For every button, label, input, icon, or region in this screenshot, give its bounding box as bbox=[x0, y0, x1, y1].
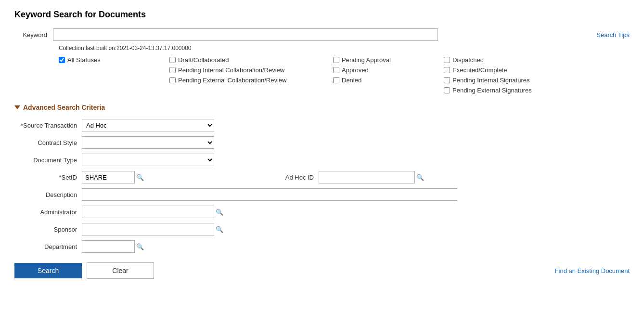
status-pending-external-signatures[interactable]: Pending External Signatures bbox=[444, 87, 569, 94]
adhocid-search-icon[interactable]: 🔍 bbox=[415, 172, 425, 183]
checkbox-draft-collaborated[interactable] bbox=[169, 57, 176, 63]
setid-search-icon[interactable]: 🔍 bbox=[135, 172, 145, 183]
sponsor-input[interactable] bbox=[82, 223, 214, 235]
search-tips-link[interactable]: Search Tips bbox=[587, 31, 630, 39]
status-draft-collaborated[interactable]: Draft/Collaborated bbox=[169, 56, 333, 64]
document-type-select[interactable] bbox=[82, 154, 214, 166]
document-type-label: Document Type bbox=[14, 156, 82, 164]
department-label: Department bbox=[14, 243, 82, 250]
adhocid-col: Ad Hoc ID 🔍 bbox=[270, 171, 425, 183]
status-denied[interactable]: Denied bbox=[333, 77, 444, 84]
keyword-input[interactable] bbox=[53, 28, 438, 41]
advanced-header-label: Advanced Search Criteria bbox=[23, 104, 105, 111]
department-row: Department 🔍 bbox=[14, 240, 630, 253]
label-approved: Approved bbox=[342, 66, 369, 74]
label-pending-internal-collab: Pending Internal Collaboration/Review bbox=[178, 66, 284, 74]
advanced-search-section: Advanced Search Criteria *Source Transac… bbox=[14, 104, 630, 253]
checkbox-pending-internal-signatures[interactable] bbox=[444, 77, 450, 83]
checkbox-executed-complete[interactable] bbox=[444, 67, 450, 73]
label-denied: Denied bbox=[342, 77, 361, 84]
page-title: Keyword Search for Documents bbox=[14, 10, 630, 20]
sponsor-search-icon[interactable]: 🔍 bbox=[214, 224, 225, 235]
status-all-statuses[interactable]: All Statuses bbox=[59, 56, 169, 64]
administrator-search-icon[interactable]: 🔍 bbox=[214, 207, 225, 217]
label-pending-external-signatures: Pending External Signatures bbox=[452, 87, 532, 94]
keyword-row: Keyword Search Tips bbox=[14, 28, 630, 41]
source-transaction-row: *Source Transaction Ad Hoc Contract Purc… bbox=[14, 119, 630, 131]
checkbox-all-statuses[interactable] bbox=[59, 57, 65, 63]
status-dispatched[interactable]: Dispatched bbox=[444, 56, 569, 64]
label-draft-collaborated: Draft/Collaborated bbox=[178, 56, 229, 64]
source-transaction-label: *Source Transaction bbox=[14, 122, 82, 129]
contract-style-select[interactable] bbox=[82, 136, 214, 149]
label-all-statuses: All Statuses bbox=[67, 56, 101, 64]
document-type-row: Document Type bbox=[14, 154, 630, 166]
adhoc-id-input[interactable] bbox=[319, 171, 415, 183]
administrator-input[interactable] bbox=[82, 206, 214, 218]
status-pending-external-collab[interactable]: Pending External Collaboration/Review bbox=[169, 77, 333, 84]
statuses-grid: All Statuses Draft/Collaborated Pending … bbox=[59, 56, 630, 94]
department-input[interactable] bbox=[82, 240, 135, 253]
statuses-section: All Statuses Draft/Collaborated Pending … bbox=[59, 56, 630, 94]
label-executed-complete: Executed/Complete bbox=[452, 66, 507, 74]
description-input[interactable] bbox=[82, 188, 457, 201]
setid-input[interactable] bbox=[82, 171, 135, 183]
checkbox-pending-approval[interactable] bbox=[333, 57, 339, 63]
checkbox-pending-internal-collab[interactable] bbox=[169, 67, 176, 73]
triangle-icon bbox=[14, 105, 20, 109]
description-row: Description bbox=[14, 188, 630, 201]
label-dispatched: Dispatched bbox=[452, 56, 484, 64]
sponsor-label: Sponsor bbox=[14, 226, 82, 233]
clear-button[interactable]: Clear bbox=[87, 262, 154, 279]
checkbox-pending-external-collab[interactable] bbox=[169, 77, 176, 83]
sponsor-row: Sponsor 🔍 bbox=[14, 223, 630, 235]
contract-style-label: Contract Style bbox=[14, 139, 82, 146]
status-executed-complete[interactable]: Executed/Complete bbox=[444, 66, 569, 74]
keyword-label: Keyword bbox=[14, 31, 53, 39]
label-pending-approval: Pending Approval bbox=[342, 56, 391, 64]
setid-label: *SetID bbox=[14, 174, 82, 181]
collection-info: Collection last built on:2021-03-24-13.3… bbox=[59, 45, 630, 52]
label-pending-external-collab: Pending External Collaboration/Review bbox=[178, 77, 286, 84]
checkbox-approved[interactable] bbox=[333, 67, 339, 73]
administrator-label: Administrator bbox=[14, 209, 82, 216]
setid-col: *SetID 🔍 bbox=[14, 171, 145, 183]
status-pending-internal-signatures[interactable]: Pending Internal Signatures bbox=[444, 77, 569, 84]
source-transaction-select[interactable]: Ad Hoc Contract Purchase Order bbox=[82, 119, 214, 131]
button-row: Search Clear Find an Existing Document bbox=[14, 262, 630, 279]
status-pending-approval[interactable]: Pending Approval bbox=[333, 56, 444, 64]
checkbox-dispatched[interactable] bbox=[444, 57, 450, 63]
checkbox-pending-external-signatures[interactable] bbox=[444, 87, 450, 93]
department-search-icon[interactable]: 🔍 bbox=[135, 241, 145, 252]
advanced-header[interactable]: Advanced Search Criteria bbox=[14, 104, 630, 111]
find-existing-link[interactable]: Find an Existing Document bbox=[555, 267, 630, 274]
administrator-row: Administrator 🔍 bbox=[14, 206, 630, 218]
adhoc-id-label: Ad Hoc ID bbox=[270, 174, 319, 181]
setid-adhocid-row: *SetID 🔍 Ad Hoc ID 🔍 bbox=[14, 171, 630, 183]
label-pending-internal-signatures: Pending Internal Signatures bbox=[452, 77, 529, 84]
status-pending-internal-collab[interactable]: Pending Internal Collaboration/Review bbox=[169, 66, 333, 74]
contract-style-row: Contract Style bbox=[14, 136, 630, 149]
status-approved[interactable]: Approved bbox=[333, 66, 444, 74]
description-label: Description bbox=[14, 191, 82, 198]
search-button[interactable]: Search bbox=[14, 263, 82, 278]
checkbox-denied[interactable] bbox=[333, 77, 339, 83]
